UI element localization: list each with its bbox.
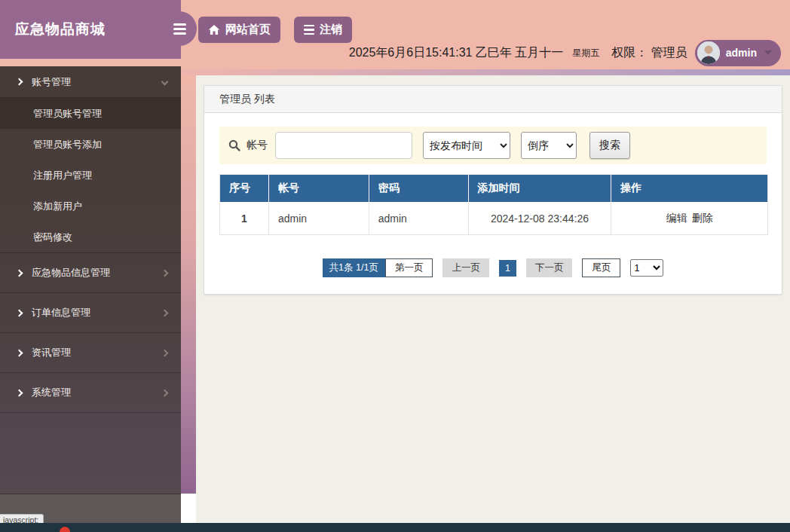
cell-index: 1 bbox=[220, 203, 269, 235]
menu-icon bbox=[173, 23, 186, 26]
avatar bbox=[697, 41, 720, 64]
table-row: 1 admin admin 2024-12-08 23:44:26 编辑删除 bbox=[220, 203, 768, 235]
datetime-text: 2025年6月6日15:41:31 乙巳年 五月十一 bbox=[349, 45, 564, 61]
sidebar-item-emergency-goods-info[interactable]: 应急物品信息管理 bbox=[0, 253, 181, 293]
search-button[interactable]: 搜索 bbox=[589, 132, 630, 159]
subitem-label: 注册用户管理 bbox=[33, 169, 92, 182]
admin-list-panel: 管理员 列表 帐号 按发布时间 倒序 搜索 序号 bbox=[204, 85, 782, 295]
prev-page-button[interactable]: 上一页 bbox=[442, 258, 489, 277]
sidebar-toggle-button[interactable] bbox=[162, 11, 197, 46]
app-logo: 应急物品商城 bbox=[0, 0, 181, 59]
account-search-input[interactable] bbox=[275, 132, 412, 159]
chevron-right-icon bbox=[16, 309, 23, 316]
permission-label: 权限： bbox=[611, 46, 648, 59]
column-header-index: 序号 bbox=[220, 175, 269, 203]
subitem-label: 添加新用户 bbox=[33, 200, 82, 213]
table-header-row: 序号 帐号 密码 添加时间 操作 bbox=[220, 175, 768, 203]
subitem-label: 管理员账号添加 bbox=[33, 138, 102, 151]
subitem-label: 管理员账号管理 bbox=[33, 107, 102, 121]
header-gradient-strip bbox=[181, 69, 790, 75]
panel-title: 管理员 列表 bbox=[204, 86, 782, 113]
current-page-indicator: 1 bbox=[499, 260, 516, 277]
notification-dot-icon bbox=[60, 527, 70, 532]
magnifier-icon bbox=[228, 139, 240, 151]
logout-button[interactable]: 注销 bbox=[294, 17, 352, 43]
column-header-password: 密码 bbox=[369, 175, 468, 203]
admin-table: 序号 帐号 密码 添加时间 操作 1 admin admin 2024-12-0… bbox=[219, 174, 768, 235]
sidebar-subitem-registered-user-manage[interactable]: 注册用户管理 bbox=[0, 160, 181, 191]
page-number-select[interactable]: 1 bbox=[630, 259, 663, 277]
sidebar-subitem-add-new-user[interactable]: 添加新用户 bbox=[0, 191, 181, 222]
home-icon bbox=[208, 24, 220, 35]
last-page-button[interactable]: 尾页 bbox=[582, 258, 620, 277]
search-field-label: 帐号 bbox=[246, 139, 268, 152]
permission-value: 管理员 bbox=[651, 46, 687, 59]
first-page-button[interactable]: 第一页 bbox=[385, 258, 433, 277]
divider-strip-bottom bbox=[181, 494, 196, 523]
chevron-right-icon bbox=[16, 269, 23, 277]
pagination: 共1条 1/1页第一页 上一页 1 下一页 尾页 1 bbox=[219, 258, 767, 277]
next-page-button[interactable]: 下一页 bbox=[526, 258, 573, 277]
user-menu[interactable]: admin bbox=[695, 40, 781, 66]
sort-field-select[interactable]: 按发布时间 bbox=[423, 132, 510, 159]
main-content: 管理员 列表 帐号 按发布时间 倒序 搜索 序号 bbox=[196, 75, 790, 523]
chevron-right-icon bbox=[16, 78, 23, 86]
app-title: 应急物品商城 bbox=[15, 20, 106, 39]
sidebar-item-label: 订单信息管理 bbox=[32, 306, 167, 320]
search-bar: 帐号 按发布时间 倒序 搜索 bbox=[219, 127, 767, 164]
list-icon bbox=[304, 25, 314, 35]
cell-account: admin bbox=[268, 203, 369, 235]
sidebar-item-news-management[interactable]: 资讯管理 bbox=[0, 333, 181, 373]
chevron-right-icon bbox=[16, 389, 23, 396]
account-submenu: 管理员账号管理 管理员账号添加 注册用户管理 添加新用户 密码修改 bbox=[0, 98, 181, 253]
sidebar-subitem-admin-account-add[interactable]: 管理员账号添加 bbox=[0, 129, 181, 160]
cell-actions: 编辑删除 bbox=[611, 203, 768, 235]
sort-order-select[interactable]: 倒序 bbox=[521, 132, 577, 159]
column-header-account: 帐号 bbox=[268, 175, 369, 203]
caret-down-icon bbox=[764, 50, 772, 55]
delete-link[interactable]: 删除 bbox=[692, 212, 713, 224]
sidebar-item-label: 应急物品信息管理 bbox=[32, 266, 167, 280]
pagination-summary: 共1条 1/1页 bbox=[323, 258, 385, 277]
sidebar-subitem-password-change[interactable]: 密码修改 bbox=[0, 222, 181, 252]
cell-added-time: 2024-12-08 23:44:26 bbox=[468, 203, 611, 235]
gradient-divider-strip bbox=[181, 69, 196, 494]
bottom-taskbar bbox=[0, 523, 790, 532]
sidebar-item-label: 资讯管理 bbox=[32, 346, 167, 359]
sidebar-item-system-management[interactable]: 系统管理 bbox=[0, 373, 181, 413]
weekday-text: 星期五 bbox=[572, 47, 599, 60]
home-button-label: 网站首页 bbox=[225, 23, 271, 37]
sidebar-item-order-info[interactable]: 订单信息管理 bbox=[0, 293, 181, 333]
subitem-label: 密码修改 bbox=[33, 231, 72, 244]
cell-password: admin bbox=[369, 203, 468, 235]
logout-button-label: 注销 bbox=[320, 23, 342, 37]
chevron-right-icon bbox=[16, 349, 23, 356]
sidebar: 账号管理 管理员账号管理 管理员账号添加 注册用户管理 添加新用户 密码修改 应… bbox=[0, 66, 181, 494]
sidebar-subitem-admin-account-manage[interactable]: 管理员账号管理 bbox=[0, 98, 181, 129]
username: admin bbox=[726, 47, 757, 59]
column-header-actions: 操作 bbox=[611, 175, 768, 203]
home-button[interactable]: 网站首页 bbox=[198, 17, 280, 43]
column-header-added-time: 添加时间 bbox=[468, 175, 611, 203]
sidebar-item-account-management[interactable]: 账号管理 bbox=[0, 66, 181, 98]
edit-link[interactable]: 编辑 bbox=[666, 212, 687, 224]
sidebar-item-label: 系统管理 bbox=[32, 386, 167, 399]
sidebar-item-label: 账号管理 bbox=[32, 75, 167, 89]
